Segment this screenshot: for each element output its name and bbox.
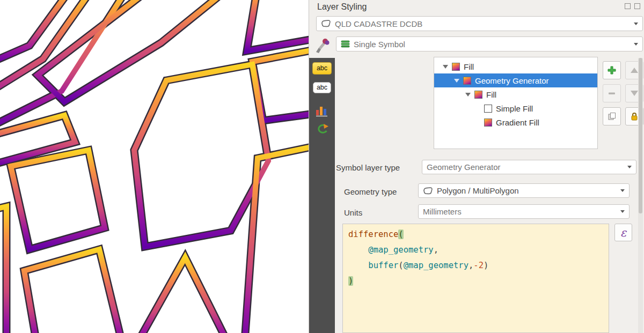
symbol-layer-type-value: Geometry Generator xyxy=(427,162,501,172)
indent-token xyxy=(348,261,368,270)
code-line: @map_geometry, xyxy=(348,242,603,258)
tab-diagrams[interactable] xyxy=(309,104,335,117)
map-vector-render xyxy=(0,0,309,333)
plus-icon xyxy=(607,65,617,75)
panel-title: Layer Styling xyxy=(317,2,367,12)
symbol-layer-label: Simple Fill xyxy=(496,104,533,113)
tab-symbology[interactable] xyxy=(311,35,334,56)
symbol-layer-label: Fill xyxy=(464,62,474,71)
variable-token: @map_geometry xyxy=(368,245,433,255)
units-value: Millimeters xyxy=(423,207,462,216)
indent-token xyxy=(348,245,368,255)
labels-abc-icon: abc xyxy=(312,62,332,75)
polygon-geometry-icon xyxy=(423,187,433,195)
chevron-down-icon xyxy=(627,166,632,168)
function-name-token: buffer xyxy=(368,261,398,270)
symbol-layer-label: Fill xyxy=(486,90,496,99)
expression-builder-button[interactable]: ε xyxy=(614,224,632,241)
minus-icon xyxy=(607,88,617,98)
panel-scrollbar[interactable] xyxy=(638,58,643,333)
duplicate-icon xyxy=(607,112,617,121)
symbol-tree-row-gradient-fill[interactable]: Gradient Fill xyxy=(434,115,597,129)
function-name-token: difference xyxy=(348,230,398,239)
symbol-layers-tree: Fill Geometry Generator Fill Simple Fill… xyxy=(434,57,598,149)
qgis-window: Layer Styling QLD CADASTRE DCDB xyxy=(0,0,644,333)
units-label: Units xyxy=(344,208,362,217)
comma-token: , xyxy=(434,245,438,255)
geometry-type-select[interactable]: Polygon / MultiPolygon xyxy=(418,183,630,198)
polygon-layer-icon xyxy=(321,19,331,28)
gradient-swatch-icon xyxy=(484,119,492,127)
scrollbar-thumb[interactable] xyxy=(639,58,642,213)
renderer-name: Single Symbol xyxy=(354,40,405,49)
code-line: difference( xyxy=(348,227,603,242)
chevron-down-icon xyxy=(620,210,625,213)
paintbrush-icon xyxy=(314,38,331,54)
single-symbol-icon xyxy=(341,40,350,48)
symbol-layer-label: Gradient Fill xyxy=(496,118,539,127)
symbol-layer-type-label: Symbol layer type xyxy=(336,163,400,172)
symbol-layer-type-select[interactable]: Geometry Generator xyxy=(422,160,636,174)
number-token: -2 xyxy=(473,261,484,270)
remove-symbol-layer-button[interactable] xyxy=(603,84,621,102)
symbol-tree-row-geometry-generator[interactable]: Geometry Generator xyxy=(434,73,597,87)
style-tabs-sidebar: abc abc xyxy=(309,58,335,333)
geometry-expression-editor[interactable]: difference( @map_geometry, buffer(@map_g… xyxy=(342,224,609,333)
expander-icon[interactable] xyxy=(443,65,448,69)
gradient-swatch-icon xyxy=(463,77,471,85)
chevron-down-icon xyxy=(634,23,638,25)
layer-styling-panel: Layer Styling QLD CADASTRE DCDB xyxy=(309,0,644,333)
epsilon-icon: ε xyxy=(620,226,626,239)
units-select[interactable]: Millimeters xyxy=(418,204,630,219)
tab-labels[interactable]: abc xyxy=(309,62,335,75)
paren-token: ( xyxy=(398,261,403,270)
add-symbol-layer-button[interactable] xyxy=(603,61,621,79)
symbol-tree-row-subfill[interactable]: Fill xyxy=(434,87,597,101)
renderer-selector[interactable]: Single Symbol xyxy=(336,36,643,51)
simple-fill-swatch-icon xyxy=(484,105,492,113)
comma-token: , xyxy=(469,261,473,270)
symbol-tree-row-fill[interactable]: Fill xyxy=(434,60,597,73)
expander-icon[interactable] xyxy=(454,79,459,83)
close-panel-button[interactable] xyxy=(634,3,640,9)
matched-paren-token: ( xyxy=(398,230,403,239)
float-panel-button[interactable] xyxy=(625,3,631,9)
variable-token: @map_geometry xyxy=(404,261,469,270)
gradient-swatch-icon xyxy=(452,63,460,71)
callouts-abc-icon: abc xyxy=(313,82,331,93)
gradient-swatch-icon xyxy=(474,91,482,99)
expander-icon[interactable] xyxy=(465,93,471,97)
matched-paren-token: ) xyxy=(348,276,353,286)
duplicate-symbol-layer-button[interactable] xyxy=(603,107,621,125)
code-line: buffer(@map_geometry,-2) xyxy=(348,258,603,273)
map-canvas[interactable] xyxy=(0,0,309,333)
chevron-down-icon xyxy=(634,43,638,46)
symbol-layer-label: Geometry Generator xyxy=(475,76,549,85)
layer-name: QLD CADASTRE DCDB xyxy=(335,19,422,28)
history-arrow-icon xyxy=(315,123,329,135)
tab-callouts[interactable]: abc xyxy=(309,82,335,93)
layer-selector[interactable]: QLD CADASTRE DCDB xyxy=(316,16,643,31)
diagram-bars-icon xyxy=(315,104,329,117)
paren-token: ) xyxy=(484,261,488,270)
code-line: ) xyxy=(348,273,603,289)
tab-history[interactable] xyxy=(309,123,335,135)
chevron-down-icon xyxy=(620,189,625,192)
geometry-type-value: Polygon / MultiPolygon xyxy=(437,186,519,195)
symbol-tree-row-simple-fill[interactable]: Simple Fill xyxy=(434,101,597,115)
geometry-type-label: Geometry type xyxy=(344,187,397,196)
